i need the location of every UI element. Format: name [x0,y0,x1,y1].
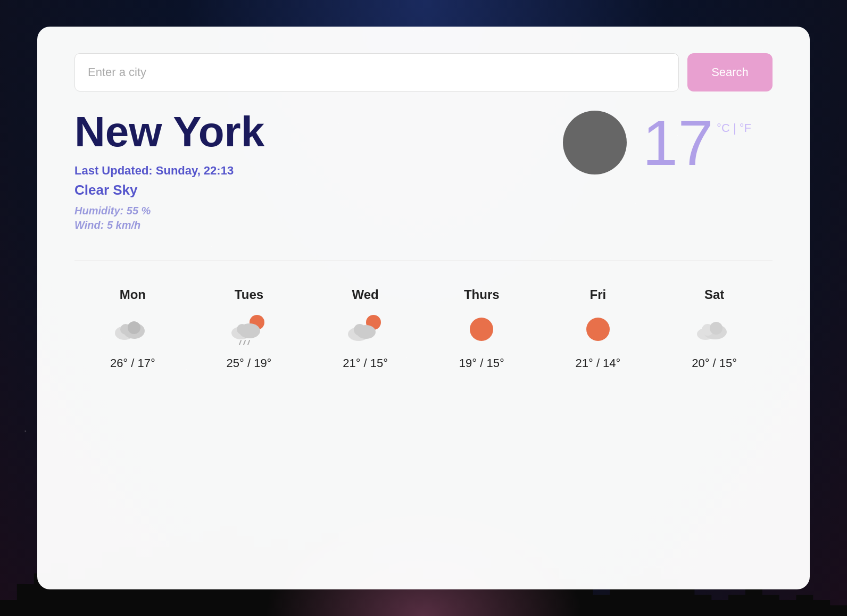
forecast-icon [347,311,384,348]
svg-point-16 [586,318,610,341]
temp-units: °C | °F [717,121,751,135]
svg-point-7 [237,324,247,335]
unit-separator: | [733,121,736,135]
humidity: Humidity: 55 % [74,205,563,217]
svg-line-9 [244,340,245,345]
forecast-icon [463,311,500,348]
forecast-icon [230,311,268,348]
wind-label: Wind: [74,219,104,231]
last-updated-label: Last Updated: [74,164,153,177]
svg-line-8 [239,340,241,345]
forecast-day: Tues 25° / 19° [217,287,281,370]
forecast-section: Mon 26° / 17° Tues 25° / 19° Wed [74,277,773,370]
svg-point-20 [710,322,723,335]
weather-card: Search New York Last Updated: Sunday, 22… [37,27,810,589]
fahrenheit-unit[interactable]: °F [740,121,751,135]
forecast-temp-range: 20° / 15° [692,356,737,370]
forecast-day-label: Sat [704,287,724,302]
humidity-value: 55 % [127,205,151,217]
forecast-temp-range: 21° / 14° [576,356,621,370]
forecast-day: Mon 26° / 17° [101,287,164,370]
forecast-day-label: Mon [120,287,146,302]
current-weather-icon [563,111,627,174]
temp-section: 17 °C | °F [563,111,773,174]
forecast-temp-range: 19° / 15° [459,356,504,370]
svg-point-14 [354,324,366,336]
forecast-icon [579,311,617,348]
forecast-icon [114,311,151,348]
city-name: New York [74,111,563,153]
wind-value: 5 km/h [107,219,140,231]
forecast-day-label: Wed [352,287,379,302]
forecast-day: Sat 20° / 15° [683,287,746,370]
search-button[interactable]: Search [687,53,773,91]
forecast-temp-range: 21° / 15° [343,356,388,370]
humidity-label: Humidity: [74,205,123,217]
forecast-day-label: Fri [590,287,607,302]
wind: Wind: 5 km/h [74,219,563,231]
forecast-day: Wed 21° / 15° [334,287,397,370]
svg-point-15 [470,318,493,341]
weather-info: New York Last Updated: Sunday, 22:13 Cle… [74,111,563,234]
condition: Clear Sky [74,182,563,198]
forecast-temp-range: 25° / 19° [227,356,272,370]
city-input[interactable] [74,53,679,91]
svg-point-3 [128,321,140,334]
search-row: Search [74,53,773,91]
weather-main: New York Last Updated: Sunday, 22:13 Cle… [74,111,773,234]
temp-display: 17 °C | °F [643,111,751,174]
last-updated-value: Sunday, 22:13 [156,164,234,177]
forecast-day-label: Thurs [464,287,500,302]
forecast-day: Fri 21° / 14° [566,287,630,370]
forecast-icon [696,311,733,348]
svg-line-10 [248,340,250,345]
forecast-temp-range: 26° / 17° [110,356,155,370]
forecast-day-label: Tues [235,287,263,302]
divider [74,260,773,261]
celsius-unit[interactable]: °C [717,121,730,135]
forecast-day: Thurs 19° / 15° [450,287,513,370]
temperature-value: 17 [643,111,713,174]
last-updated: Last Updated: Sunday, 22:13 [74,164,563,178]
